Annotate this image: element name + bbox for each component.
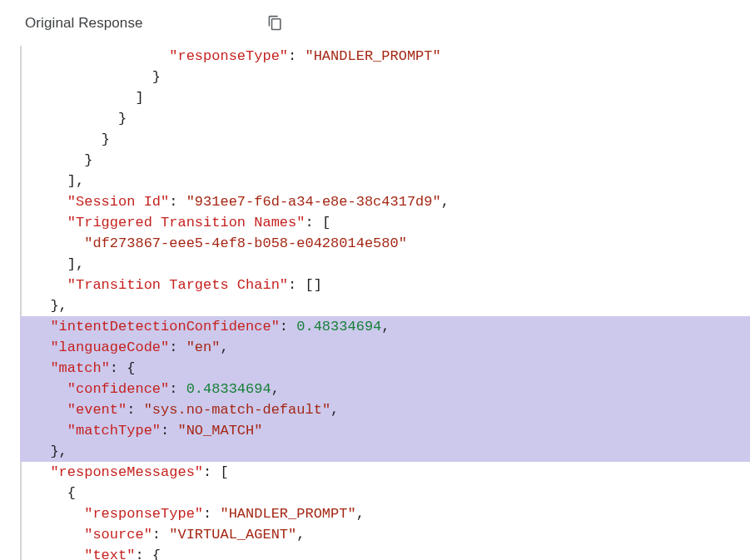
code-line: ] [33, 87, 750, 108]
val-text: 931ee7-f6d-a34-e8e-38c4317d9 [195, 194, 433, 210]
panel-title: Original Response [25, 15, 143, 32]
key-text: text [92, 548, 127, 560]
code-line: } [33, 108, 750, 129]
val-text: 0.48334694 [186, 381, 271, 397]
key-text: event [76, 402, 118, 418]
code-line: } [33, 67, 750, 87]
val-text: en [195, 339, 211, 355]
code-line-highlighted: }, [20, 441, 750, 462]
code-line: "Transition Targets Chain": [] [33, 275, 750, 295]
key-text: Session Id [76, 194, 161, 210]
key-text: Transition Targets Chain [76, 277, 280, 293]
code-line: "responseType": "HANDLER_PROMPT", [33, 503, 750, 524]
code-line: }, [33, 295, 750, 316]
code-line: } [33, 150, 750, 171]
code-line: "source": "VIRTUAL_AGENT", [33, 524, 750, 545]
key-text: intentDetectionConfidence [59, 319, 271, 335]
key-text: responseType [177, 48, 279, 64]
code-line-highlighted: "match": { [20, 358, 750, 379]
code-container: "responseType": "HANDLER_PROMPT" } ] } }… [0, 46, 750, 560]
code-line: "Session Id": "931ee7-f6d-a34-e8e-38c431… [33, 191, 750, 212]
val-text: HANDLER_PROMPT [314, 48, 433, 64]
key-text: matchType [76, 423, 152, 439]
val-text: VIRTUAL_AGENT [177, 527, 288, 543]
code-line: } [33, 129, 750, 150]
code-line: "responseMessages": [ [33, 462, 750, 483]
code-line: "text": { [33, 545, 750, 560]
key-text: responseType [92, 506, 194, 522]
panel-header: Original Response [0, 0, 750, 46]
code-line-highlighted: "languageCode": "en", [20, 337, 750, 358]
key-text: languageCode [59, 339, 161, 355]
code-line-highlighted: "event": "sys.no-match-default", [20, 399, 750, 420]
key-text: source [92, 527, 143, 543]
key-text: responseMessages [59, 464, 195, 480]
key-text: match [59, 360, 102, 376]
code-line: ], [33, 171, 750, 191]
copy-icon [267, 15, 283, 31]
val-text: 0.48334694 [296, 319, 381, 335]
val-text: sys.no-match-default [152, 402, 322, 418]
copy-button[interactable] [264, 12, 286, 34]
code-line: { [33, 483, 750, 503]
code-line: "df273867-eee5-4ef8-b058-e0428014e580" [33, 233, 750, 254]
val-text: NO_MATCH [186, 423, 255, 439]
key-text: Triggered Transition Names [76, 215, 296, 230]
key-text: confidence [76, 381, 161, 397]
code-line: "responseType": "HANDLER_PROMPT" [33, 46, 750, 67]
code-line-highlighted: "matchType": "NO_MATCH" [20, 420, 750, 441]
val-text: df273867-eee5-4ef8-b058-e0428014e580 [92, 235, 398, 251]
code-line-highlighted: "confidence": 0.48334694, [20, 379, 750, 399]
json-code-block: "responseType": "HANDLER_PROMPT" } ] } }… [20, 46, 750, 560]
code-line: ], [33, 254, 750, 275]
code-line: "Triggered Transition Names": [ [33, 212, 750, 233]
code-line-highlighted: "intentDetectionConfidence": 0.48334694, [20, 316, 750, 337]
val-text: HANDLER_PROMPT [229, 506, 348, 522]
